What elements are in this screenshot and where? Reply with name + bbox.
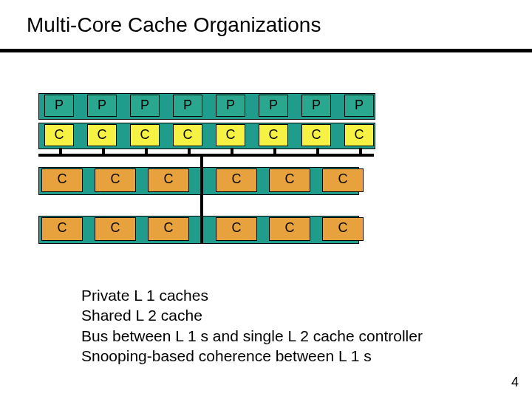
- page-number: 4: [511, 375, 519, 390]
- l2-cache-box: C: [41, 217, 83, 241]
- l2-row-strip-a: [38, 167, 359, 195]
- l2-cache-box: C: [216, 217, 257, 241]
- l2-cache-box: C: [269, 217, 310, 241]
- l1-cache-box: C: [216, 124, 245, 146]
- bus-tooth: [231, 148, 233, 155]
- l2-cache-box: C: [148, 168, 189, 192]
- l1-cache-box: C: [130, 124, 160, 146]
- caption-line: Snooping-based coherence between L 1 s: [81, 347, 372, 364]
- bus-tooth: [359, 148, 362, 155]
- processor-box: P: [87, 95, 117, 117]
- caption-block: Private L 1 caches Shared L 2 cache Bus …: [81, 285, 423, 366]
- l2-cache-box: C: [269, 168, 310, 192]
- l2-row-strip-b: [38, 216, 359, 244]
- bus-tooth: [145, 148, 148, 155]
- processor-box: P: [344, 95, 374, 117]
- l2-cache-box: C: [95, 168, 136, 192]
- l2-cache-box: C: [322, 217, 364, 241]
- bus-tooth: [273, 148, 276, 155]
- l2-cache-box: C: [148, 217, 189, 241]
- l1-cache-box: C: [87, 124, 117, 146]
- cache-diagram: P P P P P P P P C C C C C C C C C C C C …: [41, 95, 49, 103]
- slide-title: Multi-Core Cache Organizations: [27, 13, 321, 37]
- caption-line: Bus between L 1 s and single L 2 cache c…: [81, 327, 423, 344]
- l1-cache-box: C: [173, 124, 202, 146]
- processor-box: P: [301, 95, 331, 117]
- processor-box: P: [44, 95, 74, 117]
- l2-cache-box: C: [216, 168, 257, 192]
- caption-line: Shared L 2 cache: [81, 307, 202, 324]
- caption-line: Private L 1 caches: [81, 287, 208, 304]
- bus-to-l2-vertical: [200, 154, 203, 244]
- l2-cache-box: C: [322, 168, 364, 192]
- bus-tooth: [188, 148, 191, 155]
- l1-cache-box: C: [259, 124, 288, 146]
- bus-tooth: [59, 148, 62, 155]
- snooping-bus-horizontal: [38, 154, 374, 157]
- l1-cache-box: C: [44, 124, 74, 146]
- l1-cache-box: C: [344, 124, 374, 146]
- l1-cache-box: C: [301, 124, 331, 146]
- processor-box: P: [216, 95, 245, 117]
- processor-box: P: [173, 95, 202, 117]
- processor-box: P: [259, 95, 288, 117]
- bus-tooth: [102, 148, 105, 155]
- title-underline: [0, 49, 532, 52]
- processor-box: P: [130, 95, 160, 117]
- l2-cache-box: C: [41, 168, 83, 192]
- bus-tooth: [316, 148, 319, 155]
- l2-cache-box: C: [95, 217, 136, 241]
